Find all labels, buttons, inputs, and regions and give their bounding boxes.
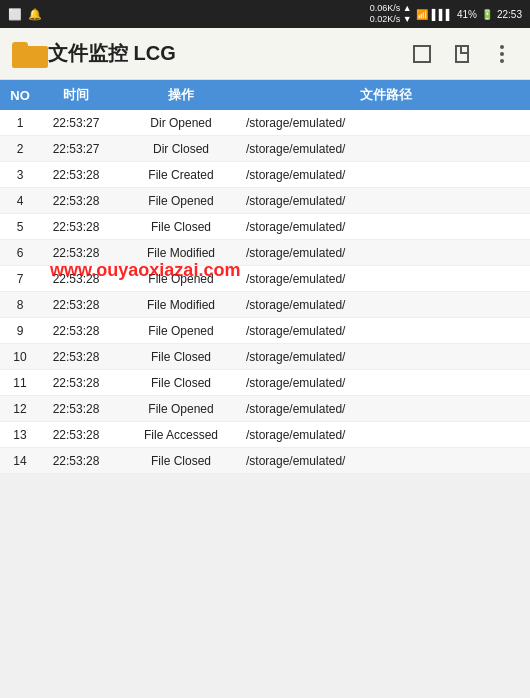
cell-no: 4	[4, 194, 36, 208]
table-row[interactable]: 5 22:53:28 File Closed /storage/emulated…	[0, 214, 530, 240]
cell-no: 3	[4, 168, 36, 182]
cell-operation: File Created	[116, 168, 246, 182]
cell-time: 22:53:28	[36, 376, 116, 390]
battery-icon: 🔋	[481, 9, 493, 20]
folder-icon	[12, 40, 48, 68]
table-row[interactable]: 2 22:53:27 Dir Closed /storage/emulated/	[0, 136, 530, 162]
table-row[interactable]: 4 22:53:28 File Opened /storage/emulated…	[0, 188, 530, 214]
download-speed: 0.02K/s ▼	[370, 14, 412, 25]
cell-no: 13	[4, 428, 36, 442]
app-title: 文件监控 LCG	[48, 40, 398, 67]
cell-operation: File Opened	[116, 272, 246, 286]
cell-operation: File Closed	[116, 376, 246, 390]
col-header-operation: 操作	[116, 86, 246, 104]
table-row[interactable]: 13 22:53:28 File Accessed /storage/emula…	[0, 422, 530, 448]
status-bar: ⬜ 🔔 0.06K/s ▲ 0.02K/s ▼ 📶 ▌▌▌ 41% 🔋 22:5…	[0, 0, 530, 28]
cell-operation: File Modified	[116, 298, 246, 312]
table-row[interactable]: 11 22:53:28 File Closed /storage/emulate…	[0, 370, 530, 396]
table-row[interactable]: 14 22:53:28 File Closed /storage/emulate…	[0, 448, 530, 474]
table-header: NO 时间 操作 文件路径	[0, 80, 530, 110]
cell-time: 22:53:28	[36, 246, 116, 260]
wifi-icon: 📶	[416, 9, 428, 20]
cell-operation: Dir Opened	[116, 116, 246, 130]
cell-operation: File Closed	[116, 350, 246, 364]
table-row[interactable]: 7 22:53:28 File Opened /storage/emulated…	[0, 266, 530, 292]
cell-no: 7	[4, 272, 36, 286]
table-row[interactable]: 12 22:53:28 File Opened /storage/emulate…	[0, 396, 530, 422]
cell-path: /storage/emulated/	[246, 454, 526, 468]
col-header-path: 文件路径	[246, 86, 526, 104]
cell-time: 22:53:28	[36, 402, 116, 416]
notification-icon: 🔔	[28, 8, 42, 21]
cell-path: /storage/emulated/	[246, 324, 526, 338]
cell-path: /storage/emulated/	[246, 376, 526, 390]
cell-no: 5	[4, 220, 36, 234]
clock: 22:53	[497, 9, 522, 20]
table-row[interactable]: 9 22:53:28 File Opened /storage/emulated…	[0, 318, 530, 344]
cell-no: 9	[4, 324, 36, 338]
cell-operation: File Opened	[116, 402, 246, 416]
stop-button[interactable]	[406, 38, 438, 70]
cell-path: /storage/emulated/	[246, 428, 526, 442]
cell-time: 22:53:28	[36, 350, 116, 364]
cell-operation: File Closed	[116, 454, 246, 468]
more-options-button[interactable]	[486, 38, 518, 70]
cell-time: 22:53:28	[36, 168, 116, 182]
cell-time: 22:53:28	[36, 298, 116, 312]
cell-no: 6	[4, 246, 36, 260]
cell-no: 14	[4, 454, 36, 468]
cell-path: /storage/emulated/	[246, 194, 526, 208]
cell-no: 10	[4, 350, 36, 364]
signal-icon: ▌▌▌	[432, 9, 453, 20]
cell-time: 22:53:28	[36, 194, 116, 208]
cell-path: /storage/emulated/	[246, 220, 526, 234]
cell-operation: File Modified	[116, 246, 246, 260]
cell-time: 22:53:27	[36, 116, 116, 130]
table-row[interactable]: 3 22:53:28 File Created /storage/emulate…	[0, 162, 530, 188]
stop-icon	[413, 45, 431, 63]
status-left: ⬜ 🔔	[8, 8, 42, 21]
table-row[interactable]: 6 22:53:28 File Modified /storage/emulat…	[0, 240, 530, 266]
cell-path: /storage/emulated/	[246, 298, 526, 312]
cell-path: /storage/emulated/	[246, 246, 526, 260]
cell-no: 12	[4, 402, 36, 416]
cell-operation: File Opened	[116, 194, 246, 208]
status-right: 0.06K/s ▲ 0.02K/s ▼ 📶 ▌▌▌ 41% 🔋 22:53	[370, 3, 522, 25]
cell-no: 2	[4, 142, 36, 156]
table-body: 1 22:53:27 Dir Opened /storage/emulated/…	[0, 110, 530, 474]
cell-path: /storage/emulated/	[246, 116, 526, 130]
new-file-button[interactable]	[446, 38, 478, 70]
cell-no: 1	[4, 116, 36, 130]
cell-time: 22:53:28	[36, 428, 116, 442]
cell-operation: Dir Closed	[116, 142, 246, 156]
cell-operation: File Accessed	[116, 428, 246, 442]
cell-path: /storage/emulated/	[246, 350, 526, 364]
cell-path: /storage/emulated/	[246, 402, 526, 416]
cell-time: 22:53:27	[36, 142, 116, 156]
cell-time: 22:53:28	[36, 324, 116, 338]
cell-path: /storage/emulated/	[246, 142, 526, 156]
cell-time: 22:53:28	[36, 272, 116, 286]
cell-path: /storage/emulated/	[246, 272, 526, 286]
cell-time: 22:53:28	[36, 454, 116, 468]
cell-operation: File Closed	[116, 220, 246, 234]
screen-icon: ⬜	[8, 8, 22, 21]
cell-no: 11	[4, 376, 36, 390]
battery-level: 41%	[457, 9, 477, 20]
table-row[interactable]: 10 22:53:28 File Closed /storage/emulate…	[0, 344, 530, 370]
network-speed: 0.06K/s ▲ 0.02K/s ▼	[370, 3, 412, 25]
col-header-time: 时间	[36, 86, 116, 104]
app-bar: 文件监控 LCG	[0, 28, 530, 80]
table-row[interactable]: 8 22:53:28 File Modified /storage/emulat…	[0, 292, 530, 318]
bottom-area	[0, 474, 530, 698]
col-header-no: NO	[4, 88, 36, 103]
table-row[interactable]: 1 22:53:27 Dir Opened /storage/emulated/	[0, 110, 530, 136]
cell-no: 8	[4, 298, 36, 312]
cell-operation: File Opened	[116, 324, 246, 338]
upload-speed: 0.06K/s ▲	[370, 3, 412, 14]
cell-path: /storage/emulated/	[246, 168, 526, 182]
more-icon	[500, 43, 504, 65]
new-file-icon	[455, 45, 469, 63]
cell-time: 22:53:28	[36, 220, 116, 234]
